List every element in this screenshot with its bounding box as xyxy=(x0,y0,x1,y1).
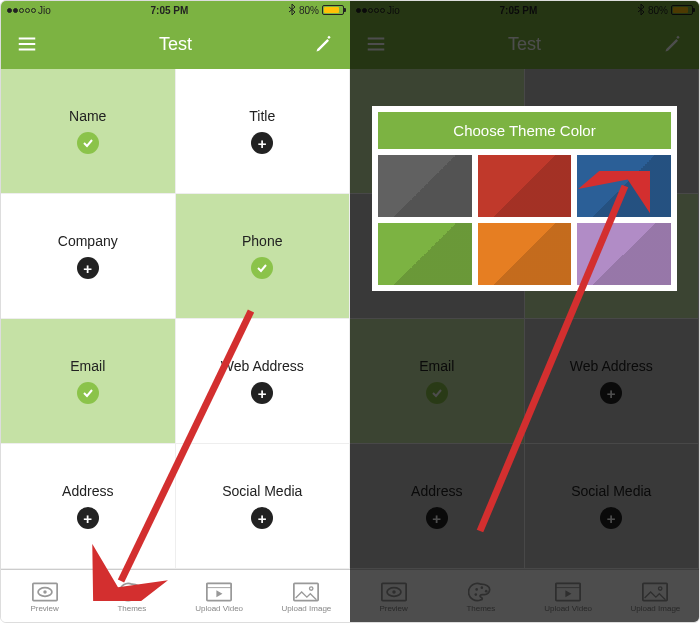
status-bar: Jio 7:05 PM 80% xyxy=(1,1,350,19)
tab-themes[interactable]: Themes xyxy=(88,570,175,623)
svg-point-4 xyxy=(131,586,134,589)
tab-label: Preview xyxy=(30,604,58,613)
tab-bar: Preview Themes Upload Video Upload Image xyxy=(1,569,350,623)
svg-point-10 xyxy=(310,586,313,589)
screenshot-right: Jio 7:05 PM 80% Test Name Title+ Company… xyxy=(350,1,699,623)
cell-label: Name xyxy=(69,108,106,124)
cell-company[interactable]: Company + xyxy=(1,194,176,319)
check-icon xyxy=(77,382,99,404)
modal-overlay[interactable] xyxy=(350,1,699,623)
cell-social-media[interactable]: Social Media + xyxy=(176,444,351,569)
signal-dots-icon xyxy=(7,8,36,13)
swatch-green[interactable] xyxy=(378,223,472,285)
screenshot-left: Jio 7:05 PM 80% Test Name Title + Com xyxy=(1,1,350,623)
time-label: 7:05 PM xyxy=(150,5,188,16)
image-icon xyxy=(293,582,319,602)
battery-percent: 80% xyxy=(299,5,319,16)
svg-point-2 xyxy=(43,590,46,593)
plus-icon: + xyxy=(251,382,273,404)
palette-icon xyxy=(119,582,145,602)
theme-color-popup: Choose Theme Color xyxy=(372,106,677,291)
edit-icon[interactable] xyxy=(312,32,336,56)
tab-preview[interactable]: Preview xyxy=(1,570,88,623)
plus-icon: + xyxy=(251,132,273,154)
cell-label: Company xyxy=(58,233,118,249)
carrier-label: Jio xyxy=(38,5,51,16)
swatch-purple[interactable] xyxy=(577,223,671,285)
tab-label: Upload Image xyxy=(281,604,331,613)
cell-name[interactable]: Name xyxy=(1,69,176,194)
svg-point-3 xyxy=(126,588,129,591)
plus-icon: + xyxy=(251,507,273,529)
cell-phone[interactable]: Phone xyxy=(176,194,351,319)
swatch-blue[interactable] xyxy=(577,155,671,217)
plus-icon: + xyxy=(77,257,99,279)
cell-title[interactable]: Title + xyxy=(176,69,351,194)
menu-icon[interactable] xyxy=(15,32,39,56)
svg-point-5 xyxy=(136,589,139,592)
svg-point-6 xyxy=(125,593,128,596)
app-header: Test xyxy=(1,19,350,69)
check-icon xyxy=(77,132,99,154)
swatch-grid xyxy=(378,155,671,285)
cell-email[interactable]: Email xyxy=(1,319,176,444)
swatch-gray[interactable] xyxy=(378,155,472,217)
check-icon xyxy=(251,257,273,279)
field-grid: Name Title + Company + Phone Email Web A… xyxy=(1,69,350,569)
cell-web-address[interactable]: Web Address + xyxy=(176,319,351,444)
popup-title: Choose Theme Color xyxy=(378,112,671,149)
cell-label: Web Address xyxy=(221,358,304,374)
cell-label: Email xyxy=(70,358,105,374)
video-icon xyxy=(206,582,232,602)
cell-label: Social Media xyxy=(222,483,302,499)
swatch-red[interactable] xyxy=(478,155,572,217)
tab-label: Upload Video xyxy=(195,604,243,613)
swatch-orange[interactable] xyxy=(478,223,572,285)
bluetooth-icon xyxy=(288,4,296,17)
battery-icon xyxy=(322,5,344,15)
cell-label: Title xyxy=(249,108,275,124)
plus-icon: + xyxy=(77,507,99,529)
cell-label: Phone xyxy=(242,233,282,249)
preview-icon xyxy=(32,582,58,602)
tab-upload-video[interactable]: Upload Video xyxy=(176,570,263,623)
cell-address[interactable]: Address + xyxy=(1,444,176,569)
tab-upload-image[interactable]: Upload Image xyxy=(263,570,350,623)
tab-label: Themes xyxy=(117,604,146,613)
cell-label: Address xyxy=(62,483,113,499)
page-title: Test xyxy=(159,34,192,55)
